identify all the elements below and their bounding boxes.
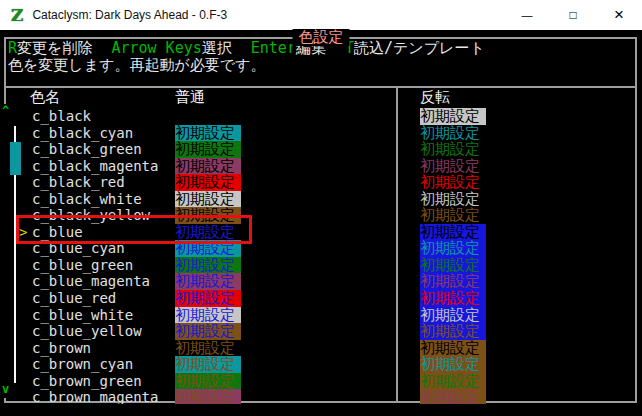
normal-swatch: 初期設定 (175, 290, 241, 307)
color-row[interactable]: c_black_white 初期設定 初期設定 (0, 191, 642, 208)
color-row[interactable]: c_black 初期設定 初期設定 (0, 108, 642, 125)
color-name: c_brown (32, 340, 91, 357)
color-name: c_brown_green (32, 373, 142, 390)
color-row[interactable]: c_black_magenta 初期設定 初期設定 (0, 158, 642, 175)
color-row[interactable]: c_blue_yellow 初期設定 初期設定 (0, 323, 642, 340)
close-button[interactable]: × (596, 0, 642, 30)
color-row[interactable]: c_black_green 初期設定 初期設定 (0, 141, 642, 158)
app-icon: Z (11, 6, 23, 24)
normal-swatch: 初期設定 (175, 356, 241, 373)
color-row[interactable]: c_brown_green 初期設定 初期設定 (0, 373, 642, 390)
normal-swatch: 初期設定 (175, 273, 241, 290)
color-name: c_black (32, 108, 91, 125)
help-description: 色を変更します。再起動が必要です。 (8, 57, 265, 74)
color-name: c_black_magenta (32, 158, 158, 175)
hotkey-arrows-label: 選択 (202, 39, 232, 57)
header-separator (4, 86, 637, 88)
caption-buttons: — □ × (504, 0, 642, 30)
color-row[interactable]: c_brown 初期設定 初期設定 (0, 340, 642, 357)
normal-swatch: 初期設定 (175, 257, 241, 274)
color-name: c_brown_cyan (32, 356, 133, 373)
invert-swatch: 初期設定 (420, 240, 486, 257)
selection-cursor-icon: > (19, 224, 27, 241)
normal-swatch: 初期設定 (175, 340, 241, 357)
invert-swatch: 初期設定 (420, 158, 486, 175)
normal-swatch: 初期設定 (175, 323, 241, 340)
invert-swatch: 初期設定 (420, 273, 486, 290)
column-header-invert: 反転 (420, 89, 450, 106)
color-name: c_blue_green (32, 257, 133, 274)
normal-swatch: 初期設定 (175, 108, 241, 125)
scrollbar-background (2, 104, 9, 398)
normal-swatch: 初期設定 (175, 191, 241, 208)
color-row[interactable]: c_blue_green 初期設定 初期設定 (0, 257, 642, 274)
scrollbar-thumb[interactable] (10, 142, 21, 175)
color-row[interactable]: c_blue_magenta 初期設定 初期設定 (0, 273, 642, 290)
hotkey-template-label: 読込/テンプレート (354, 39, 485, 57)
color-settings-screen: 色設定 R変更を削除 Arrow Keys選択 Enter編集 T読込/テンプレ… (0, 30, 642, 416)
color-row[interactable]: > c_blue 初期設定 初期設定 (0, 224, 642, 241)
normal-swatch: 初期設定 (175, 141, 241, 158)
invert-swatch: 初期設定 (420, 323, 486, 340)
hotkey-enter: Enter (251, 39, 296, 57)
color-row[interactable]: c_brown_magenta 初期設定 初期設定 (0, 389, 642, 404)
color-name: c_brown_magenta (32, 389, 158, 404)
color-row[interactable]: c_blue_red 初期設定 初期設定 (0, 290, 642, 307)
invert-swatch: 初期設定 (420, 224, 486, 241)
invert-swatch: 初期設定 (420, 257, 486, 274)
color-name: c_black_red (32, 174, 125, 191)
normal-swatch: 初期設定 (175, 158, 241, 175)
invert-swatch: 初期設定 (420, 290, 486, 307)
normal-swatch: 初期設定 (175, 174, 241, 191)
color-name: c_blue_magenta (32, 273, 150, 290)
scroll-down-icon[interactable]: v (2, 383, 9, 395)
invert-swatch: 初期設定 (420, 125, 486, 142)
maximize-icon: □ (569, 8, 576, 22)
invert-swatch: 初期設定 (420, 108, 486, 125)
invert-swatch: 初期設定 (420, 389, 486, 404)
maximize-button[interactable]: □ (550, 0, 596, 30)
minimize-button[interactable]: — (504, 0, 550, 30)
color-name: c_black_white (32, 191, 142, 208)
color-row[interactable]: c_black_red 初期設定 初期設定 (0, 174, 642, 191)
invert-swatch: 初期設定 (420, 191, 486, 208)
window-titlebar[interactable]: Z Cataclysm: Dark Days Ahead - 0.F-3 — □… (0, 0, 642, 30)
close-icon: × (614, 5, 624, 25)
color-name: c_blue_white (32, 307, 133, 324)
window-title: Cataclysm: Dark Days Ahead - 0.F-3 (32, 8, 227, 22)
hotkey-arrows: Arrow Keys (111, 39, 201, 57)
normal-swatch: 初期設定 (175, 125, 241, 142)
invert-swatch: 初期設定 (420, 356, 486, 373)
normal-swatch: 初期設定 (175, 373, 241, 390)
color-list: c_black 初期設定 初期設定 c_black_cyan 初期設定 初期設定… (0, 108, 642, 404)
invert-swatch: 初期設定 (420, 307, 486, 324)
color-name: c_blue_yellow (32, 323, 142, 340)
minimize-icon: — (522, 9, 533, 21)
normal-swatch: 初期設定 (175, 307, 241, 324)
page-title: 色設定 (293, 29, 350, 46)
invert-swatch: 初期設定 (420, 207, 486, 224)
column-header-name: 色名 (30, 89, 60, 106)
selection-box (16, 215, 252, 244)
color-name: c_blue_red (32, 290, 116, 307)
color-row[interactable]: c_black_cyan 初期設定 初期設定 (0, 125, 642, 142)
scroll-up-icon[interactable]: ^ (2, 105, 9, 117)
normal-swatch: 初期設定 (175, 389, 241, 404)
column-header-normal: 普通 (175, 89, 205, 106)
color-name: c_black_cyan (32, 125, 133, 142)
color-name: c_black_green (32, 141, 142, 158)
hotkey-remove-label: 変更を削除 (17, 39, 92, 57)
help-line-keys: R変更を削除 Arrow Keys選択 Enter編集 T読込/テンプレート (8, 40, 495, 57)
invert-swatch: 初期設定 (420, 340, 486, 357)
invert-swatch: 初期設定 (420, 373, 486, 390)
color-row[interactable]: c_brown_cyan 初期設定 初期設定 (0, 356, 642, 373)
invert-swatch: 初期設定 (420, 141, 486, 158)
invert-swatch: 初期設定 (420, 174, 486, 191)
color-row[interactable]: c_blue_white 初期設定 初期設定 (0, 307, 642, 324)
hotkey-remove: R (8, 39, 17, 57)
